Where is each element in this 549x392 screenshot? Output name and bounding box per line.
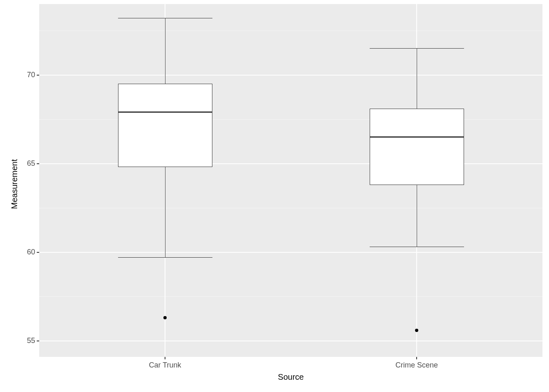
whisker-cap-lower xyxy=(370,247,464,247)
x-tick-label: Crime Scene xyxy=(384,361,449,370)
y-tick-label: 60 xyxy=(27,248,35,256)
y-tick-mark xyxy=(37,341,39,341)
box xyxy=(118,84,212,167)
box xyxy=(370,109,464,185)
y-axis-title: Measurement xyxy=(10,159,19,209)
gridline-major xyxy=(39,163,542,164)
whisker-cap-upper xyxy=(118,18,212,18)
y-tick-label: 65 xyxy=(27,159,35,168)
gridline-major xyxy=(39,341,542,341)
outlier-point xyxy=(415,329,418,332)
whisker-lower xyxy=(417,185,417,247)
whisker-upper xyxy=(165,18,165,84)
x-tick-mark xyxy=(165,357,165,359)
y-tick-label: 70 xyxy=(27,71,35,79)
gridline-minor xyxy=(39,31,542,31)
gridline-major xyxy=(39,75,542,76)
y-tick-mark xyxy=(37,163,39,164)
gridline-minor xyxy=(39,296,542,297)
whisker-cap-lower xyxy=(118,257,212,258)
boxplot-chart: Measurement Source 55606570Car TrunkCrim… xyxy=(0,0,549,392)
outlier-point xyxy=(163,316,167,319)
plot-panel xyxy=(39,4,542,357)
whisker-lower xyxy=(165,167,165,257)
gridline-major xyxy=(39,252,542,253)
y-tick-label: 55 xyxy=(27,336,35,345)
x-axis-title: Source xyxy=(266,372,315,382)
x-tick-mark xyxy=(416,357,417,359)
gridline-minor xyxy=(39,119,542,120)
x-tick-label: Car Trunk xyxy=(132,361,198,370)
whisker-cap-upper xyxy=(370,48,464,49)
median-line xyxy=(118,111,212,113)
y-tick-mark xyxy=(37,252,39,253)
whisker-upper xyxy=(417,49,417,109)
y-tick-mark xyxy=(37,75,39,76)
median-line xyxy=(370,136,464,138)
gridline-minor xyxy=(39,208,542,208)
